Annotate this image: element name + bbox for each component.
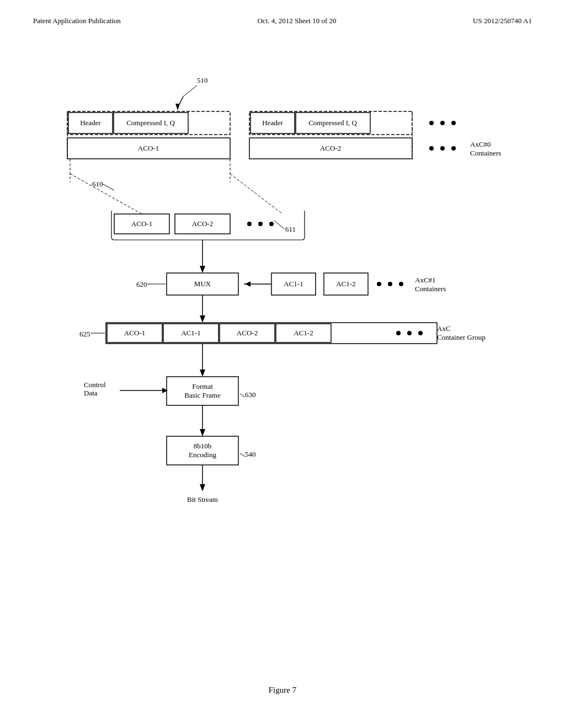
block-format-basic-frame-2: Basic Frame <box>184 391 221 399</box>
block-aco1-top: ACO-1 <box>138 144 159 152</box>
svg-line-21 <box>70 174 142 214</box>
svg-point-38 <box>388 282 392 286</box>
svg-marker-2 <box>175 104 180 110</box>
label-axc-group: AxC <box>437 324 451 333</box>
label-control-data-1: Control <box>84 381 106 389</box>
block-header2: Header <box>262 119 283 127</box>
block-compressed-iq2: Compressed I, Q <box>308 119 357 127</box>
label-630: 630 <box>245 390 256 399</box>
diagram: 510 Header Compressed I, Q Header Compre… <box>33 66 532 673</box>
label-containers1: Containers <box>470 149 501 157</box>
svg-point-17 <box>440 146 445 151</box>
label-axc0: AxC#0 <box>470 140 491 148</box>
label-510: 510 <box>197 76 208 84</box>
svg-marker-34 <box>245 281 250 287</box>
block-ac1-2-bot: AC1-2 <box>294 329 313 337</box>
svg-marker-53 <box>200 370 205 377</box>
page: Patent Application Publication Oct. 4, 2… <box>0 0 565 728</box>
block-aco2-mid: ACO-2 <box>192 220 213 228</box>
block-mux: MUX <box>194 280 211 288</box>
svg-point-39 <box>399 282 403 286</box>
block-header1: Header <box>80 119 101 127</box>
header-right: US 2012/250740 A1 <box>473 17 532 25</box>
svg-point-16 <box>429 146 434 151</box>
figure-caption: Figure 7 <box>0 686 565 695</box>
block-ac1-1: AC1-1 <box>284 280 303 288</box>
svg-marker-59 <box>200 429 205 436</box>
label-610: 610 <box>92 180 103 188</box>
page-header: Patent Application Publication Oct. 4, 2… <box>33 17 532 25</box>
svg-line-0 <box>183 85 197 97</box>
block-format-basic-frame-1: Format <box>192 382 213 390</box>
svg-point-10 <box>440 121 445 125</box>
svg-point-37 <box>377 282 381 286</box>
block-8b10b-1: 8b10b <box>194 442 212 450</box>
block-aco1-bot: ACO-1 <box>124 329 145 337</box>
label-625: 625 <box>79 330 90 338</box>
block-8b10b-2: Encoding <box>189 451 216 459</box>
label-control-data-2: Data <box>84 389 98 397</box>
label-611: 611 <box>285 225 296 233</box>
svg-marker-31 <box>200 266 205 273</box>
svg-marker-63 <box>200 484 205 491</box>
block-aco2-top: ACO-2 <box>320 144 341 152</box>
label-axc1: AxC#1 <box>415 276 436 284</box>
svg-point-27 <box>258 222 263 226</box>
svg-line-61 <box>240 453 245 457</box>
svg-point-11 <box>451 121 456 125</box>
label-540: 540 <box>245 450 256 458</box>
svg-line-29 <box>274 221 284 229</box>
svg-point-49 <box>407 331 412 335</box>
header-left: Patent Application Publication <box>33 17 121 25</box>
label-containers2: Containers <box>415 285 446 293</box>
figure-caption-text: Figure 7 <box>269 686 296 694</box>
label-620: 620 <box>136 280 147 288</box>
svg-point-9 <box>429 121 434 125</box>
svg-rect-43 <box>106 323 437 344</box>
label-bit-stream: Bit Stream <box>187 495 218 504</box>
svg-line-57 <box>240 394 245 397</box>
header-center: Oct. 4, 2012 Sheet 10 of 20 <box>257 17 336 25</box>
block-ac1-2: AC1-2 <box>336 280 355 288</box>
svg-line-23 <box>102 184 114 190</box>
block-aco1-mid: ACO-1 <box>131 220 152 228</box>
svg-point-28 <box>269 222 274 226</box>
svg-point-48 <box>396 331 401 335</box>
label-container-group: Container Group <box>437 333 486 341</box>
block-compressed-iq1: Compressed I, Q <box>126 119 175 127</box>
block-ac1-1-bot: AC1-1 <box>181 329 200 337</box>
svg-marker-42 <box>200 315 205 323</box>
block-aco2-bot: ACO-2 <box>237 329 258 337</box>
svg-line-22 <box>230 174 282 214</box>
svg-point-50 <box>418 331 423 335</box>
svg-point-26 <box>247 222 252 226</box>
svg-point-18 <box>451 146 456 151</box>
